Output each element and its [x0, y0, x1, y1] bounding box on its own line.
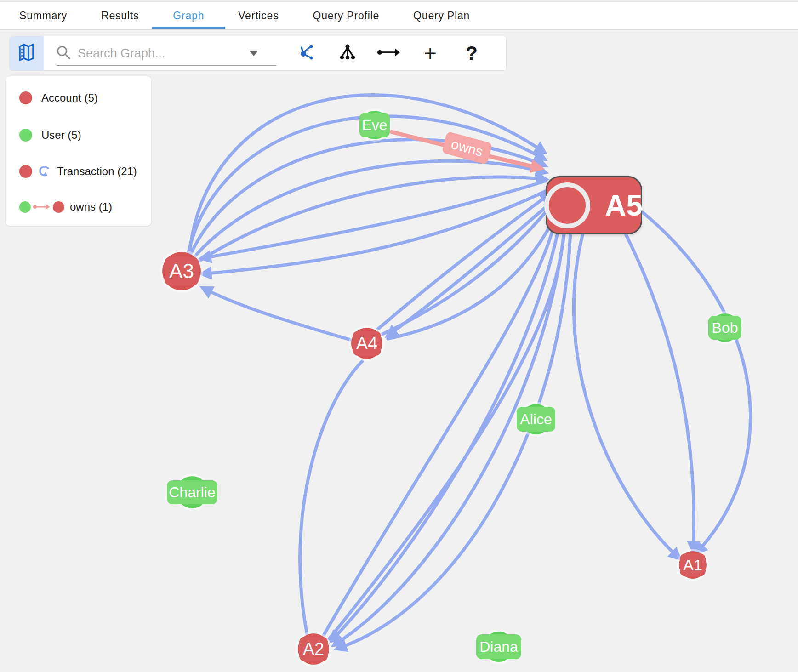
edge-transaction-A4-A3[interactable] [203, 288, 355, 341]
tab-summary[interactable]: Summary [17, 2, 70, 29]
legend-item-transaction[interactable]: Transaction (21) [19, 164, 137, 179]
chevron-down-icon[interactable] [250, 51, 258, 56]
help-button[interactable]: ? [451, 40, 492, 67]
node-label: Diana [476, 634, 521, 659]
help-icon: ? [466, 42, 478, 64]
legend-label: Transaction (21) [57, 165, 137, 178]
search-underline [57, 65, 276, 66]
node-label: A1 [680, 553, 706, 576]
node-label: Alice [517, 407, 555, 432]
edge-transaction-A5-A1[interactable] [574, 210, 679, 558]
node-label: A2 [299, 637, 328, 661]
node-Charlie[interactable]: Charlie [167, 480, 217, 504]
legend-item-user[interactable]: User (5) [19, 127, 81, 143]
legend-item-owns[interactable]: owns (1) [19, 199, 112, 215]
user-vertex-icon [19, 201, 31, 213]
edge-transaction-A5-A1[interactable] [611, 207, 694, 551]
graph-search [56, 36, 285, 70]
search-input[interactable] [78, 46, 248, 61]
node-Alice[interactable]: Alice [517, 407, 555, 432]
node-A3[interactable]: A3 [165, 257, 199, 285]
layout-tree-button[interactable] [327, 40, 368, 67]
minimap-button[interactable] [10, 36, 44, 70]
selected-vertex-ring [544, 182, 590, 228]
tab-vertices[interactable]: Vertices [235, 2, 281, 29]
add-icon: + [424, 42, 437, 64]
node-label: Eve [359, 113, 390, 137]
node-label: Charlie [167, 480, 217, 504]
node-Diana[interactable]: Diana [476, 634, 521, 659]
node-label: A5 [605, 188, 643, 222]
expand-edge-icon [377, 46, 401, 61]
search-icon [56, 45, 71, 62]
node-label: Bob [708, 316, 741, 340]
add-button[interactable]: + [410, 40, 451, 67]
self-loop-icon [37, 165, 51, 178]
layout-force-button[interactable] [285, 40, 327, 67]
node-Bob[interactable]: Bob [708, 316, 741, 340]
edge-transaction-A5-A1[interactable] [629, 201, 751, 552]
legend-item-account[interactable]: Account (5) [19, 90, 98, 106]
user-vertex-icon [19, 129, 32, 142]
node-A1[interactable]: A1 [680, 553, 706, 576]
node-label: A3 [165, 257, 199, 285]
edge-transaction-A5-A4[interactable] [388, 199, 554, 336]
legend-label: Account (5) [41, 91, 98, 104]
tab-graph[interactable]: Graph [170, 2, 207, 29]
map-icon [17, 42, 37, 64]
graph-toolbar: + ? [9, 36, 507, 71]
tab-query-profile[interactable]: Query Profile [310, 2, 382, 29]
expand-edge-button[interactable] [368, 40, 410, 67]
node-A2[interactable]: A2 [299, 637, 328, 661]
account-vertex-icon [19, 91, 32, 104]
tab-bar: Summary Results Graph Vertices Query Pro… [0, 2, 798, 30]
legend-label: owns (1) [70, 200, 112, 213]
transaction-vertex-icon [19, 165, 32, 178]
edge-transaction-A2-A4[interactable] [300, 361, 362, 634]
tab-results[interactable]: Results [98, 2, 142, 29]
account-vertex-icon [53, 201, 64, 213]
layout-tree-icon [338, 43, 357, 64]
node-A4[interactable]: A4 [353, 331, 381, 356]
node-A5-selected[interactable]: A5 [546, 176, 642, 234]
layout-force-icon [297, 43, 315, 63]
node-Eve[interactable]: Eve [359, 113, 390, 137]
node-label: A4 [353, 331, 381, 356]
legend-label: User (5) [41, 129, 81, 142]
tab-query-plan[interactable]: Query Plan [410, 2, 473, 29]
legend-panel: Account (5) User (5) Transaction (21) ow… [5, 76, 152, 226]
owns-edge-icon [33, 202, 51, 211]
